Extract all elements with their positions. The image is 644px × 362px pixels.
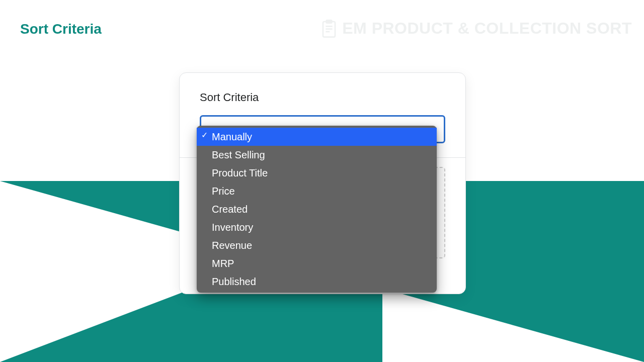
- sort-criteria-dropdown[interactable]: Manually Best Selling Product Title Pric…: [197, 126, 437, 293]
- dropdown-option-mrp[interactable]: MRP: [197, 254, 437, 273]
- dropdown-option-best-selling[interactable]: Best Selling: [197, 146, 437, 164]
- dropdown-option-product-title[interactable]: Product Title: [197, 164, 437, 182]
- clipboard-icon: [321, 20, 337, 38]
- dropdown-option-published[interactable]: Published: [197, 273, 437, 291]
- page-title: Sort Criteria: [20, 21, 102, 37]
- dropdown-option-created[interactable]: Created: [197, 200, 437, 218]
- dropdown-option-inventory[interactable]: Inventory: [197, 218, 437, 236]
- brand-title: EM PRODUCT & COLLECTION SORT: [321, 19, 632, 38]
- field-label: Sort Criteria: [200, 91, 445, 104]
- dropdown-option-revenue[interactable]: Revenue: [197, 236, 437, 254]
- brand-text: EM PRODUCT & COLLECTION SORT: [342, 19, 632, 38]
- dropdown-option-price[interactable]: Price: [197, 182, 437, 200]
- dropdown-option-manually[interactable]: Manually: [197, 128, 437, 146]
